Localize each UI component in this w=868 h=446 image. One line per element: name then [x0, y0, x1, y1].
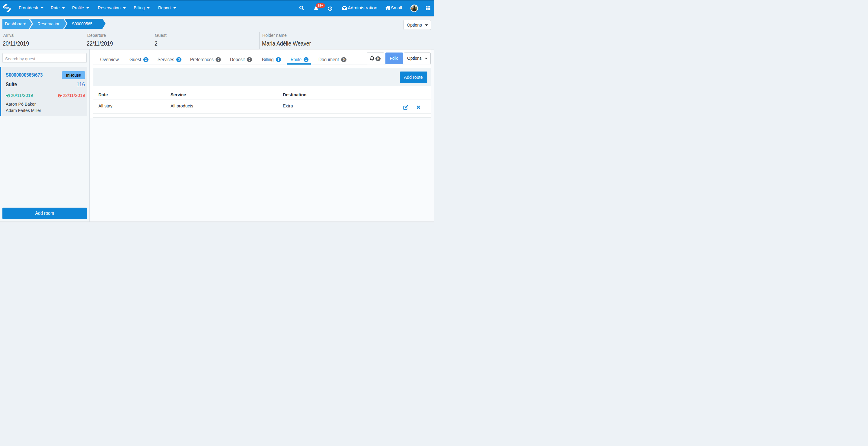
svg-text:PMS: PMS — [4, 7, 9, 10]
